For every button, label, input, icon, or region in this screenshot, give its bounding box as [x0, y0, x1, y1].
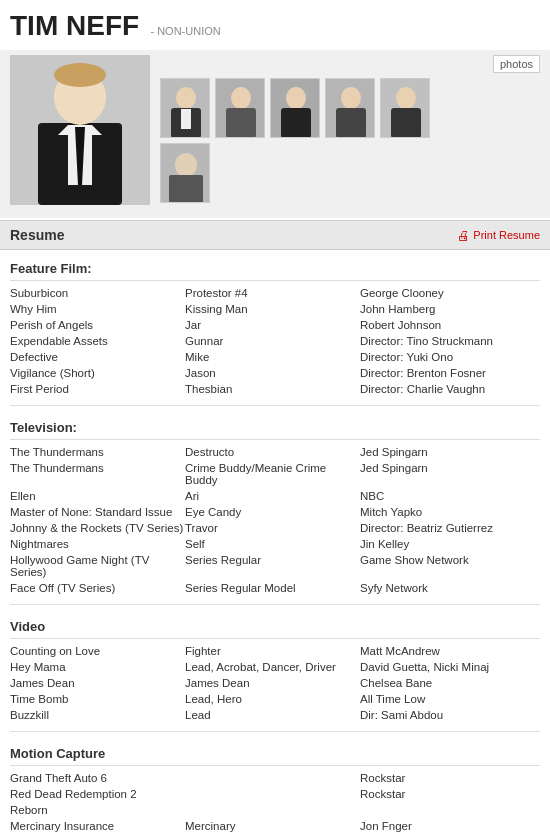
table-row: Vigilance (Short) Jason Director: Brento…: [10, 365, 540, 381]
table-row: The Thundermans Destructo Jed Spingarn: [10, 444, 540, 460]
film-title: Mercinary Insurance: [10, 820, 185, 832]
table-row: Ellen Ari NBC: [10, 488, 540, 504]
table-row: Johnny & the Rockets (TV Series) Travor …: [10, 520, 540, 536]
film-title: Suburbicon: [10, 287, 185, 299]
header-section: TIM NEFF - NON-UNION: [0, 0, 550, 50]
table-row: Time Bomb Lead, Hero All Time Low: [10, 691, 540, 707]
resume-title: Resume: [10, 227, 64, 243]
print-resume-label: Print Resume: [473, 229, 540, 241]
film-title: Hollywood Game Night (TV Series): [10, 554, 185, 578]
film-title: Vigilance (Short): [10, 367, 185, 379]
film-role: Self: [185, 538, 360, 550]
svg-rect-17: [281, 108, 311, 138]
thumbnail-3[interactable]: [270, 78, 320, 138]
film-role: Mercinary: [185, 820, 360, 832]
video-rows: Counting on Love Fighter Matt McAndrew H…: [10, 643, 540, 723]
film-director: George Clooney: [360, 287, 540, 299]
film-title: First Period: [10, 383, 185, 395]
film-role: Lead, Acrobat, Dancer, Driver: [185, 661, 360, 673]
svg-point-9: [176, 87, 196, 109]
film-director: Robert Johnson: [360, 319, 540, 331]
table-row: Red Dead Redemption 2 Rockstar: [10, 786, 540, 802]
motion-capture-title: Motion Capture: [10, 740, 540, 766]
table-row: Face Off (TV Series) Series Regular Mode…: [10, 580, 540, 596]
film-title: Why Him: [10, 303, 185, 315]
film-title: Nightmares: [10, 538, 185, 550]
film-director: Chelsea Bane: [360, 677, 540, 689]
film-title: Time Bomb: [10, 693, 185, 705]
thumbnail-6[interactable]: [160, 143, 210, 203]
photos-section: photos: [0, 50, 550, 218]
print-resume-button[interactable]: 🖨 Print Resume: [457, 228, 540, 243]
table-row: Why Him Kissing Man John Hamberg: [10, 301, 540, 317]
film-role: [185, 772, 360, 784]
film-role: James Dean: [185, 677, 360, 689]
film-role: Lead: [185, 709, 360, 721]
main-photo[interactable]: [10, 55, 150, 205]
film-title: Counting on Love: [10, 645, 185, 657]
film-role: Series Regular Model: [185, 582, 360, 594]
film-director: Director: Yuki Ono: [360, 351, 540, 363]
table-row: Hey Mama Lead, Acrobat, Dancer, Driver D…: [10, 659, 540, 675]
film-director: Rockstar: [360, 772, 540, 784]
film-title: Hey Mama: [10, 661, 185, 673]
film-title: Expendable Assets: [10, 335, 185, 347]
film-title: The Thundermans: [10, 462, 185, 486]
film-director: Director: Brenton Fosner: [360, 367, 540, 379]
film-title: Defective: [10, 351, 185, 363]
film-role: [185, 804, 360, 816]
film-role: Crime Buddy/Meanie Crime Buddy: [185, 462, 360, 486]
film-title: James Dean: [10, 677, 185, 689]
film-director: Rockstar: [360, 788, 540, 800]
svg-rect-11: [181, 109, 191, 129]
svg-point-5: [54, 63, 106, 87]
svg-point-25: [175, 153, 197, 177]
photos-label-row: photos: [160, 55, 540, 73]
television-rows: The Thundermans Destructo Jed Spingarn T…: [10, 444, 540, 596]
film-title: Buzzkill: [10, 709, 185, 721]
film-role: Kissing Man: [185, 303, 360, 315]
divider-2: [10, 604, 540, 605]
film-role: Protestor #4: [185, 287, 360, 299]
film-director: Dir: Sami Abdou: [360, 709, 540, 721]
film-director: Director: Beatriz Gutierrez: [360, 522, 540, 534]
table-row: Mercinary Insurance Mercinary Jon Fnger: [10, 818, 540, 834]
svg-rect-20: [336, 108, 366, 138]
svg-point-13: [231, 87, 251, 109]
film-director: Syfy Network: [360, 582, 540, 594]
film-director: Jed Spingarn: [360, 446, 540, 458]
film-director: Jed Spingarn: [360, 462, 540, 486]
divider-3: [10, 731, 540, 732]
film-role: Destructo: [185, 446, 360, 458]
film-title: The Thundermans: [10, 446, 185, 458]
table-row: Suburbicon Protestor #4 George Clooney: [10, 285, 540, 301]
film-director: [360, 804, 540, 816]
table-row: Hollywood Game Night (TV Series) Series …: [10, 552, 540, 580]
film-role: Eye Candy: [185, 506, 360, 518]
film-role: Ari: [185, 490, 360, 502]
print-icon: 🖨: [457, 228, 470, 243]
feature-film-section: Feature Film: Suburbicon Protestor #4 Ge…: [0, 250, 550, 402]
film-director: Matt McAndrew: [360, 645, 540, 657]
photos-button[interactable]: photos: [493, 55, 540, 73]
thumbnail-5[interactable]: [380, 78, 430, 138]
video-title: Video: [10, 613, 540, 639]
thumbnail-2[interactable]: [215, 78, 265, 138]
motion-capture-section: Motion Capture Grand Theft Auto 6 Rockst…: [0, 735, 550, 835]
svg-point-22: [396, 87, 416, 109]
table-row: Grand Theft Auto 6 Rockstar: [10, 770, 540, 786]
table-row: Counting on Love Fighter Matt McAndrew: [10, 643, 540, 659]
table-row: The Thundermans Crime Buddy/Meanie Crime…: [10, 460, 540, 488]
thumbnail-4[interactable]: [325, 78, 375, 138]
thumb-row-2: [160, 143, 540, 203]
resume-header: Resume 🖨 Print Resume: [0, 220, 550, 250]
svg-rect-23: [391, 108, 421, 138]
actor-silhouette: [10, 55, 150, 205]
film-director: All Time Low: [360, 693, 540, 705]
film-director: Jin Kelley: [360, 538, 540, 550]
actor-name: TIM NEFF: [10, 10, 139, 41]
film-title: Grand Theft Auto 6: [10, 772, 185, 784]
table-row: Reborn: [10, 802, 540, 818]
table-row: Expendable Assets Gunnar Director: Tino …: [10, 333, 540, 349]
thumbnail-1[interactable]: [160, 78, 210, 138]
